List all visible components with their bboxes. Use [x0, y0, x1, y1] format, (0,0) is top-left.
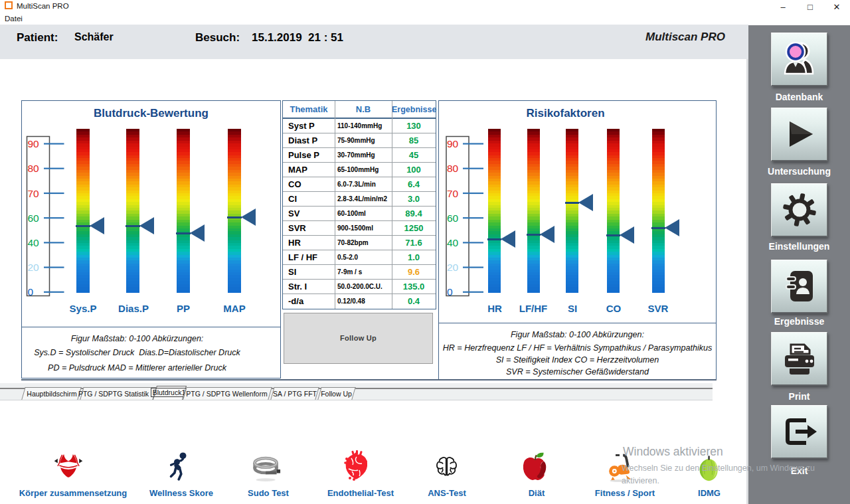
- svg-text:90: 90: [28, 138, 40, 149]
- svg-text:80: 80: [447, 163, 459, 174]
- svg-text:40: 40: [447, 237, 459, 248]
- svg-text:80: 80: [28, 163, 40, 174]
- svg-text:90: 90: [447, 138, 459, 149]
- svg-text:60: 60: [28, 212, 40, 224]
- svg-text:20: 20: [447, 262, 459, 273]
- svg-text:0: 0: [28, 286, 34, 297]
- svg-text:20: 20: [28, 262, 40, 273]
- svg-text:0: 0: [447, 286, 453, 297]
- svg-text:40: 40: [28, 237, 40, 248]
- svg-text:60: 60: [447, 212, 459, 224]
- svg-text:70: 70: [447, 188, 459, 199]
- svg-text:70: 70: [28, 188, 40, 199]
